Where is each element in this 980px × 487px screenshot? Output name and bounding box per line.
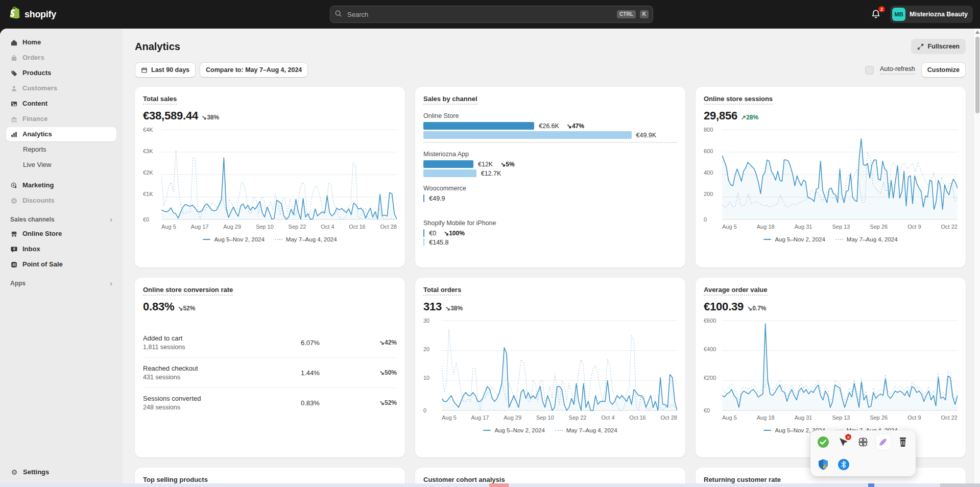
channel-row: Online Store €26.6K↘47% €49.9K: [423, 112, 677, 143]
avatar: MB: [892, 8, 905, 21]
conversion-rate-delta: ↘52%: [178, 305, 195, 312]
sidebar-item-settings[interactable]: ⚙ Settings: [6, 465, 116, 479]
gear-icon: ⚙: [10, 469, 18, 476]
inbox-icon: S: [10, 246, 18, 253]
window-scrollbar[interactable]: [973, 29, 980, 483]
conversion-rate-card: Online store conversion rate 0.83% ↘52% …: [135, 278, 405, 457]
sidebar-item-online-store[interactable]: Online Store: [6, 227, 116, 241]
sidebar-item-inbox[interactable]: S Inbox: [6, 242, 116, 256]
x-axis-labels: Aug 5Aug 17Aug 29Sep 10Sep 22Oct 4Oct 16…: [442, 415, 677, 421]
content-icon: [10, 100, 18, 108]
total-orders-delta: ↘38%: [445, 305, 463, 312]
total-orders-title[interactable]: Total orders: [423, 286, 461, 296]
scrollbar-thumb[interactable]: [975, 37, 979, 113]
channel-bar-current[interactable]: [423, 160, 473, 168]
funnel-row-reached-checkout: Reached checkout431 sessions 1.44% ↘50%: [143, 357, 397, 387]
notification-count-badge: 2: [878, 6, 885, 12]
extension-trash-icon[interactable]: [897, 435, 910, 449]
channel-bar-compare[interactable]: [423, 131, 632, 139]
channel-bar-current[interactable]: [423, 122, 534, 130]
account-menu[interactable]: MB Misteriozna Beauty: [890, 6, 973, 23]
auto-refresh-label: Auto-refresh: [880, 65, 915, 75]
chevron-right-icon: ›: [110, 279, 112, 287]
home-icon: [10, 39, 18, 46]
sidebar-item-live-view[interactable]: Live View: [6, 158, 116, 172]
x-axis-labels: Aug 5Aug 18Aug 31Sep 13Sep 26Oct 9Oct 22: [722, 415, 958, 421]
customers-icon: [10, 85, 18, 92]
online-store-icon: [10, 230, 18, 238]
legend-dotted-swatch: [555, 430, 563, 431]
sessions-chart[interactable]: [722, 129, 958, 220]
sidebar-item-home[interactable]: Home: [6, 35, 116, 50]
fullscreen-button[interactable]: Fullscreen: [911, 39, 966, 54]
chevron-right-icon: ›: [110, 215, 112, 223]
strip-blue-segment: [868, 483, 874, 487]
sidebar-item-orders[interactable]: Orders: [6, 51, 116, 65]
channel-bar-compare[interactable]: [423, 169, 476, 177]
auto-refresh-checkbox[interactable]: [865, 66, 874, 75]
sales-by-channel-title[interactable]: Sales by channel: [423, 95, 477, 105]
customize-button[interactable]: Customize: [921, 62, 966, 78]
browser-extensions-panel: ×: [810, 430, 916, 476]
shopify-bag-icon: [8, 6, 21, 22]
finance-icon: [10, 115, 18, 123]
legend-solid-swatch: [203, 239, 210, 240]
search-input[interactable]: [346, 10, 613, 19]
date-range-button[interactable]: Last 90 days: [135, 62, 196, 78]
average-order-value-chart[interactable]: [722, 320, 958, 411]
marketing-icon: [10, 182, 18, 189]
channel-row: Shopify Mobile for iPhone €0↘100% €145.8: [423, 220, 677, 246]
scrollbar-up-arrow[interactable]: [975, 31, 979, 34]
sales-channels-header[interactable]: Sales channels ›: [6, 213, 116, 225]
notifications-button[interactable]: 2: [871, 9, 882, 20]
strip-gray-segment: [940, 483, 980, 487]
main-content: Analytics Fullscreen Last 90 days Compar…: [123, 29, 980, 487]
extension-shield-icon[interactable]: [817, 458, 830, 471]
total-sales-title[interactable]: Total sales: [143, 95, 177, 105]
sessions-delta: ↗28%: [741, 114, 758, 121]
channel-bar-current[interactable]: [423, 194, 424, 202]
apps-header[interactable]: Apps ›: [6, 277, 116, 289]
extension-bluetooth-icon[interactable]: [837, 458, 850, 471]
sidebar-item-marketing[interactable]: Marketing: [6, 178, 116, 192]
shortcut-k-key: K: [640, 10, 649, 18]
sidebar-item-finance[interactable]: Finance: [6, 112, 116, 126]
sidebar-item-point-of-sale[interactable]: S Point of Sale: [6, 257, 116, 272]
channel-bar-current[interactable]: [423, 229, 424, 237]
search-bar[interactable]: CTRL K: [330, 6, 653, 23]
chart-legend: Aug 5–Nov 2, 2024 May 7–Aug 4, 2024: [704, 236, 958, 242]
fullscreen-icon: [917, 43, 924, 50]
conversion-rate-value: 0.83%: [143, 300, 174, 313]
extension-feather-icon[interactable]: [875, 434, 891, 450]
calendar-icon: [141, 67, 148, 74]
sidebar-item-products[interactable]: Products: [6, 66, 116, 80]
y-axis-labels: 8006004002000: [704, 129, 722, 220]
total-sales-value: €38,589.44: [143, 109, 198, 123]
total-sales-chart[interactable]: [161, 129, 397, 220]
sidebar-item-content[interactable]: Content: [6, 96, 116, 111]
extension-clover-icon[interactable]: [856, 435, 869, 449]
page-title: Analytics: [135, 41, 180, 53]
legend-dotted-swatch: [275, 239, 282, 240]
sidebar-item-customers[interactable]: Customers: [6, 81, 116, 95]
conversion-rate-title[interactable]: Online store conversion rate: [143, 286, 233, 296]
average-order-value-delta: ↘0.7%: [747, 305, 766, 312]
legend-solid-swatch: [763, 239, 771, 240]
extension-cursor-icon[interactable]: ×: [836, 435, 849, 449]
average-order-value-title[interactable]: Average order value: [704, 286, 768, 296]
extension-check-icon[interactable]: [817, 435, 829, 449]
orders-icon: [10, 54, 18, 62]
legend-solid-swatch: [483, 430, 491, 431]
channel-bar-compare[interactable]: [423, 238, 424, 246]
sidebar-item-analytics[interactable]: Analytics: [6, 127, 116, 141]
sessions-title[interactable]: Online store sessions: [704, 95, 773, 105]
compare-button[interactable]: Compare to: May 7–Aug 4, 2024: [200, 62, 308, 78]
sidebar-item-discounts[interactable]: Discounts: [6, 193, 116, 208]
average-order-value-value: €100.39: [704, 300, 744, 313]
chart-legend: Aug 5–Nov 2, 2024 May 7–Aug 4, 2024: [423, 427, 677, 433]
shopify-logo[interactable]: shopify: [8, 6, 123, 22]
total-orders-chart[interactable]: [442, 320, 677, 411]
products-icon: [10, 69, 18, 77]
sidebar-item-reports[interactable]: Reports: [6, 142, 116, 157]
axis-rule: [423, 142, 677, 143]
